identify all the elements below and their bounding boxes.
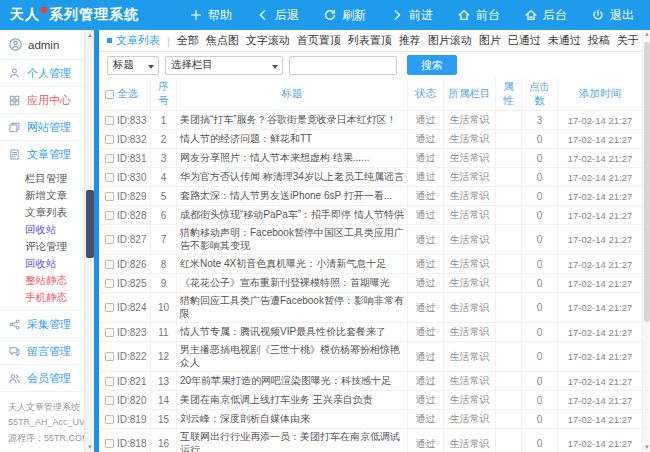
tab-link[interactable]: 焦点图	[206, 33, 239, 48]
tab-bar: 文章列表 | 全部焦点图文字滚动首页置顶列表置顶推荐图片滚动图片已通过未通过投稿…	[99, 30, 642, 52]
row-title-link[interactable]: 男主播恶搞电视剧《三世十桃》模仿杨幂扮相惊艳众人	[177, 342, 408, 371]
sidebar-item-label: 文章管理	[27, 147, 71, 162]
row-seq: 12	[151, 342, 177, 371]
row-title-link[interactable]: 20年前苹果打造的网吧渲染图曝光：科技感十足	[177, 372, 408, 390]
row-title-link[interactable]: 美团在南京低调上线打车业务 王兴亲自负责	[177, 391, 408, 409]
sidebar-user[interactable]: admin	[0, 30, 84, 60]
row-checkbox[interactable]	[105, 415, 114, 424]
submenu-item[interactable]: 评论管理	[0, 238, 84, 255]
back-label: 后退	[275, 7, 299, 24]
tab-link[interactable]: 已通过	[508, 33, 541, 48]
row-checkbox[interactable]	[105, 135, 114, 144]
active-tab-label: 文章列表	[116, 33, 160, 48]
frontend-label: 前台	[476, 7, 500, 24]
submenu-item[interactable]: 新增文章	[0, 187, 84, 204]
row-title-link[interactable]: 成都街头惊现“移动PaPa车”：招手即停 情人节特供	[177, 206, 408, 224]
content-scroll-thumb[interactable]	[644, 42, 650, 322]
field-select[interactable]: 标题	[107, 56, 159, 75]
backend-button[interactable]: 后台	[524, 7, 567, 24]
sidebar-item-articles[interactable]: 文章管理	[0, 141, 84, 168]
scroll-up-arrow-icon[interactable]: ▲	[85, 30, 95, 40]
tab-link[interactable]: 关于	[617, 33, 639, 48]
row-checkbox[interactable]	[105, 303, 114, 312]
submenu-item[interactable]: 整站静态	[0, 272, 84, 289]
row-time: 17-02-14 21:27	[558, 429, 642, 452]
scroll-down-arrow-icon[interactable]: ▼	[643, 443, 650, 452]
row-checkbox[interactable]	[105, 173, 114, 182]
row-checkbox[interactable]	[105, 192, 114, 201]
row-checkbox[interactable]	[105, 377, 114, 386]
tab-link[interactable]: 图片滚动	[428, 33, 472, 48]
forward-button[interactable]: 前进	[390, 7, 433, 24]
submenu-item[interactable]: 手机静态	[0, 289, 84, 306]
row-checkbox[interactable]	[105, 396, 114, 405]
row-title-link[interactable]: 红米Note 4X初音色真机曝光：小清新气息十足	[177, 255, 408, 273]
tab-link[interactable]: 首页置顶	[297, 33, 341, 48]
header-label-check: 全选	[117, 87, 138, 101]
keyword-input[interactable]	[289, 56, 397, 75]
row-id-cell: ID:828	[99, 206, 151, 224]
tab-link[interactable]: 文字滚动	[246, 33, 290, 48]
tab-link[interactable]: 全部	[177, 33, 199, 48]
row-title-link[interactable]: 华为官方否认传闻 称清理34岁以上老员工纯属谣言	[177, 168, 408, 186]
row-title-link[interactable]: 《花花公子》宣布重新刊登裸模特照：首期曝光	[177, 274, 408, 292]
category-select[interactable]: 选择栏目	[165, 56, 283, 75]
sidebar-item-messages[interactable]: 留言管理	[0, 338, 84, 365]
tab-article-list[interactable]: 文章列表	[107, 33, 160, 48]
sidebar-scroll-thumb[interactable]	[86, 190, 94, 258]
row-checkbox[interactable]	[105, 116, 114, 125]
submenu-item[interactable]: 栏目管理	[0, 170, 84, 187]
sidebar-item-appcenter[interactable]: 应用中心	[0, 87, 84, 114]
table-row: ID:820 14 美团在南京低调上线打车业务 王兴亲自负责 通过 生活常识 0…	[99, 391, 642, 410]
app-title-part2: 系列管理系统	[49, 6, 139, 24]
row-id: ID:830	[117, 172, 146, 183]
submenu-item[interactable]: 文章列表	[0, 204, 84, 221]
row-checkbox[interactable]	[105, 211, 114, 220]
row-title-link[interactable]: 猎豹回应工具类广告遭Facebook暂停：影响非常有限	[177, 293, 408, 322]
frontend-button[interactable]: 前台	[457, 7, 500, 24]
tab-link[interactable]: 列表置顶	[348, 33, 392, 48]
sidebar-item-members[interactable]: 会员管理	[0, 365, 84, 392]
row-title-link[interactable]: 猎豹移动声明：Facebook暂停中国区工具类应用广告不影响其变现	[177, 225, 408, 254]
row-title-link[interactable]: 互联网出行行业再添一员：美团打车在南京低调试运行	[177, 429, 408, 452]
sidebar-item-personal[interactable]: 个人管理	[0, 60, 84, 87]
logout-button[interactable]: 退出	[591, 7, 634, 24]
row-title-link[interactable]: 美团搞“打车”服务？谷歌街景竟收录日本红灯区！	[177, 111, 408, 129]
sidebar-item-collect[interactable]: 采集管理	[0, 311, 84, 338]
row-title-link[interactable]: 套路太深：情人节男友送iPhone 6sP 打开一看...	[177, 187, 408, 205]
row-title-link[interactable]: 网友分享照片：情人节本来想虚构 结果......	[177, 149, 408, 167]
scroll-up-arrow-icon[interactable]: ▲	[643, 30, 650, 39]
row-checkbox[interactable]	[105, 279, 114, 288]
refresh-button[interactable]: 刷新	[323, 7, 366, 24]
row-checkbox[interactable]	[105, 154, 114, 163]
tab-link[interactable]: 图片	[479, 33, 501, 48]
sidebar-item-website[interactable]: 网站管理	[0, 114, 84, 141]
help-button[interactable]: 帮助	[189, 7, 232, 24]
row-title-link[interactable]: 情人节专属：腾讯视频VIP最具性价比套餐来了	[177, 323, 408, 341]
tab-link[interactable]: 推荐	[399, 33, 421, 48]
row-checkbox[interactable]	[105, 260, 114, 269]
tab-link[interactable]: 未通过	[548, 33, 581, 48]
row-seq: 10	[151, 293, 177, 322]
row-checkbox[interactable]	[105, 328, 114, 337]
content-scrollbar[interactable]: ▲ ▼	[642, 30, 650, 452]
row-checkbox[interactable]	[105, 439, 114, 448]
row-title-link[interactable]: 刘云峰：深度剖析自媒体由来	[177, 410, 408, 428]
row-title-link[interactable]: 情人节的经济问题：鲜花和TT	[177, 130, 408, 148]
category-select-value: 选择栏目	[171, 58, 213, 72]
row-seq: 8	[151, 255, 177, 273]
select-all-checkbox[interactable]	[105, 90, 114, 99]
tab-link[interactable]: 投稿	[588, 33, 610, 48]
back-button[interactable]: 后退	[256, 7, 299, 24]
submenu-item[interactable]: 回收站	[0, 255, 84, 272]
row-checkbox[interactable]	[105, 235, 114, 244]
sidebar-item-label: 应用中心	[27, 93, 71, 108]
row-id: ID:819	[117, 414, 146, 425]
scroll-down-arrow-icon[interactable]: ▼	[85, 442, 95, 452]
sidebar-scrollbar[interactable]: ▲ ▼	[84, 30, 94, 452]
search-button[interactable]: 搜索	[407, 55, 457, 75]
row-clicks: 0	[522, 225, 558, 254]
row-checkbox[interactable]	[105, 352, 114, 361]
submenu-item[interactable]: 回收站	[0, 221, 84, 238]
row-seq: 5	[151, 187, 177, 205]
